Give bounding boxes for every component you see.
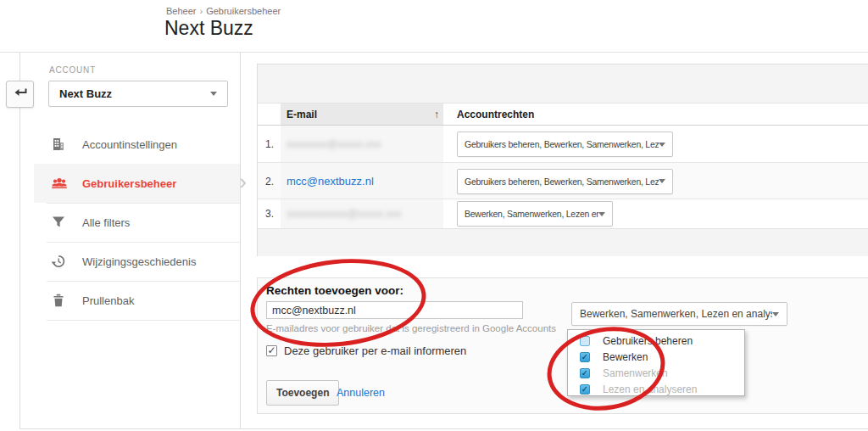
rights-menu-item-samenwerken[interactable]: ✓Samenwerken — [568, 365, 744, 381]
table-footer — [258, 228, 868, 256]
helper-text: E-mailadres voor gebruiker dat is geregi… — [266, 323, 556, 333]
row-rights-select[interactable]: Gebruikers beheren, Bewerken, Samenwerke… — [457, 132, 673, 157]
notify-checkbox-label: Deze gebruiker per e-mail informeren — [284, 344, 466, 357]
chevron-down-icon — [598, 212, 605, 216]
breadcrumb-item[interactable]: Beheer — [166, 6, 196, 16]
checkbox-checked-icon: ✓ — [580, 384, 590, 395]
row-number: 1. — [265, 138, 274, 150]
account-section-label: ACCOUNT — [49, 65, 96, 75]
menu-item-label: Samenwerken — [603, 367, 668, 379]
sidebar-item-alle-filters[interactable]: Alle filters — [34, 203, 240, 242]
blurred-email: xxxxxxxx@xxxxx.xxx — [287, 138, 381, 150]
table-row: 1.xxxxxxxx@xxxxx.xxxGebruikers beheren, … — [258, 126, 868, 163]
breadcrumb-separator: › — [199, 6, 203, 16]
panel-bottom-border — [19, 428, 868, 429]
chevron-down-icon — [772, 312, 779, 316]
menu-item-label: Gebruikers beheren — [603, 335, 693, 347]
blurred-email: xxxxxxxxxxxx@xxxxx.xxx — [287, 208, 402, 220]
users-table-panel: E-mail ↑ Accountrechten 1.xxxxxxxx@xxxxx… — [257, 64, 868, 256]
add-permissions-form: Rechten toevoegen voor: E-mailadres voor… — [257, 277, 868, 414]
chevron-right-icon: › — [239, 169, 247, 194]
email-cell: mcc@nextbuzz.nl — [281, 163, 443, 199]
rights-dropdown[interactable]: Bewerken, Samenwerken, Lezen en analyser… — [571, 302, 787, 326]
sidebar-item-label: Prullenbak — [82, 294, 134, 307]
account-selector-value: Next Buzz — [59, 87, 112, 100]
menu-item-label: Bewerken — [603, 351, 648, 363]
row-number: 3. — [265, 208, 274, 220]
page-title: Next Buzz — [164, 17, 253, 40]
sidebar-item-label: Wijzigingsgeschiedenis — [82, 255, 196, 268]
rights-menu-item-bewerken[interactable]: ✓Bewerken — [568, 349, 744, 365]
sidebar-item-label: Gebruikersbeheer — [82, 177, 176, 190]
row-rights-select[interactable]: Bewerken, Samenwerken, Lezen en analyser… — [457, 201, 613, 227]
table-row: 2.mcc@nextbuzz.nlGebruikers beheren, Bew… — [258, 163, 868, 199]
add-button[interactable]: Toevoegen — [266, 380, 339, 406]
chevron-down-icon — [659, 143, 665, 147]
header-divider — [0, 52, 868, 53]
building-icon — [51, 137, 66, 152]
checkbox-checked-icon: ✓ — [580, 368, 590, 378]
users-icon — [51, 176, 66, 191]
form-heading: Rechten toevoegen voor: — [266, 284, 403, 297]
sidebar-divider — [47, 320, 240, 321]
chevron-down-icon — [210, 92, 217, 96]
sidebar-left-border — [19, 53, 20, 428]
email-input[interactable] — [266, 301, 523, 319]
trash-icon — [51, 293, 66, 308]
notify-checkbox[interactable]: ✓ Deze gebruiker per e-mail informeren — [266, 344, 466, 357]
ga-admin-page: Beheer›Gebruikersbeheer Next Buzz ACCOUN… — [0, 0, 868, 431]
checkbox-checked-icon: ✓ — [266, 345, 277, 356]
email-cell: xxxxxxxx@xxxxx.xxx — [281, 126, 443, 163]
checkbox-unchecked-icon — [580, 336, 590, 346]
rights-menu-item-gebruikers-beheren[interactable]: Gebruikers beheren — [568, 333, 744, 349]
rights-menu: Gebruikers beheren✓Bewerken✓Samenwerken✓… — [567, 329, 745, 396]
sidebar-item-wijzigingsgeschiedenis[interactable]: Wijzigingsgeschiedenis — [34, 242, 240, 281]
sidebar-item-label: Alle filters — [82, 216, 130, 229]
sort-ascending-icon: ↑ — [434, 109, 443, 120]
checkbox-checked-icon: ✓ — [580, 352, 590, 362]
arrow-left-icon — [13, 87, 28, 102]
table-row: 3.xxxxxxxxxxxx@xxxxx.xxxBewerken, Samenw… — [258, 199, 868, 228]
email-cell: xxxxxxxxxxxx@xxxxx.xxx — [281, 199, 443, 228]
filter-icon — [51, 215, 66, 230]
table-toolbar — [258, 64, 868, 104]
column-header-rights[interactable]: Accountrechten — [457, 104, 534, 125]
back-button[interactable] — [6, 81, 34, 108]
row-number: 2. — [265, 176, 274, 188]
cancel-link[interactable]: Annuleren — [337, 387, 385, 399]
breadcrumb-item[interactable]: Gebruikersbeheer — [206, 6, 281, 16]
sidebar-item-label: Accountinstellingen — [82, 138, 177, 151]
email-link[interactable]: mcc@nextbuzz.nl — [287, 175, 374, 188]
sidebar-item-prullenbak[interactable]: Prullenbak — [34, 281, 240, 320]
sidebar-right-border — [240, 53, 241, 428]
row-rights-select[interactable]: Gebruikers beheren, Bewerken, Samenwerke… — [457, 169, 673, 194]
column-header-email[interactable]: E-mail ↑ — [281, 104, 443, 125]
menu-item-label: Lezen en analyseren — [603, 383, 697, 395]
history-icon — [51, 254, 66, 269]
chevron-down-icon — [659, 179, 665, 183]
sidebar-item-gebruikersbeheer[interactable]: Gebruikersbeheer› — [34, 164, 240, 203]
account-selector[interactable]: Next Buzz — [48, 81, 228, 107]
sidebar-item-accountinstellingen[interactable]: Accountinstellingen — [34, 125, 240, 164]
breadcrumb: Beheer›Gebruikersbeheer — [166, 6, 281, 16]
rights-menu-item-lezen-en-analyseren[interactable]: ✓Lezen en analyseren — [568, 381, 744, 397]
